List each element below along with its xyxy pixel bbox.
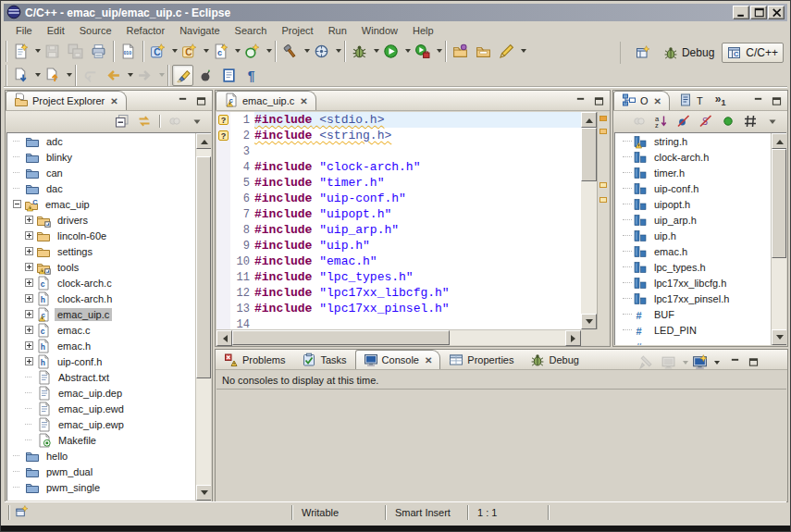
unresolved-inclusion-marker[interactable]: ?: [216, 128, 230, 143]
back-button[interactable]: [103, 65, 124, 86]
tree-item-emac-uip-ewd[interactable]: emac_uip.ewd: [7, 401, 211, 416]
next-annotation-button[interactable]: [10, 65, 31, 86]
maximize-view-button[interactable]: [746, 355, 761, 370]
tree-item-tools[interactable]: tools: [7, 259, 211, 275]
minimize-view-button[interactable]: [727, 355, 743, 370]
hide-fields-button[interactable]: [674, 111, 694, 131]
code-line-13[interactable]: 13#include "lpc17xx_pinsel.h": [216, 301, 581, 316]
plus-expander-icon[interactable]: [25, 263, 33, 271]
dropdown-arrow-icon[interactable]: [204, 49, 209, 53]
close-icon[interactable]: ✕: [108, 96, 117, 106]
outline-item-buf[interactable]: #BUF: [615, 306, 786, 322]
tree-item-emac-h[interactable]: hemac.h: [7, 338, 211, 353]
print-button[interactable]: [88, 41, 109, 62]
code-line-14[interactable]: 14: [216, 316, 581, 329]
tree-item-pwm-dual[interactable]: pwm_dual: [7, 464, 211, 479]
minimize-view-button[interactable]: [750, 93, 766, 108]
close-icon[interactable]: ✕: [423, 355, 432, 365]
editor-horizontal-scrollbar[interactable]: [216, 329, 581, 345]
display-selected-console-button[interactable]: [658, 352, 679, 373]
close-icon[interactable]: ✕: [652, 96, 661, 106]
unresolved-inclusion-marker[interactable]: ?: [216, 112, 230, 128]
last-edit-location-button[interactable]: [80, 65, 101, 86]
scroll-thumb[interactable]: [581, 128, 597, 181]
code-line-7[interactable]: 7#include "uipopt.h": [216, 206, 581, 222]
open-element-button[interactable]: [473, 41, 494, 62]
tree-item-emac-uip-c[interactable]: cemac_uip.c: [7, 306, 211, 322]
debug-perspective-button[interactable]: Debug: [658, 43, 720, 63]
plus-expander-icon[interactable]: [25, 247, 33, 255]
tree-item-settings[interactable]: settings: [7, 243, 211, 259]
plus-expander-icon[interactable]: [25, 326, 33, 334]
plus-expander-icon[interactable]: [25, 231, 33, 240]
maximize-view-button[interactable]: [769, 93, 785, 108]
editor-vertical-scrollbar[interactable]: [581, 112, 597, 329]
dropdown-arrow-icon[interactable]: [374, 49, 379, 53]
more-views-indicator[interactable]: »1: [711, 93, 730, 107]
tab-properties[interactable]: Properties: [440, 350, 522, 369]
tab-console[interactable]: Console✕: [355, 350, 441, 369]
hide-static-members-button[interactable]: S: [696, 111, 716, 131]
scroll-up-button[interactable]: [772, 133, 786, 149]
outline-item-lpc-types-h[interactable]: lpc_types.h: [615, 259, 786, 275]
code-line-6[interactable]: 6#include "uip-conf.h": [216, 191, 581, 206]
dropdown-arrow-icon[interactable]: [521, 49, 526, 53]
maximize-button[interactable]: [750, 6, 767, 19]
cpp-perspective-button[interactable]: CC/C++: [722, 43, 784, 63]
tree-item-clock-arch-h[interactable]: hclock-arch.h: [7, 291, 211, 306]
dropdown-arrow-icon[interactable]: [159, 73, 165, 77]
menu-file[interactable]: File: [8, 23, 40, 38]
tree-item-emac-uip-ewp[interactable]: emac_uip.ewp: [7, 416, 211, 432]
new-cpp-project-button[interactable]: C: [179, 41, 200, 62]
run-button[interactable]: [380, 41, 402, 62]
annotation-marker[interactable]: [599, 197, 607, 203]
view-menu-button[interactable]: [187, 111, 207, 131]
dropdown-arrow-icon[interactable]: [405, 49, 411, 53]
show-source-button[interactable]: [218, 65, 240, 86]
dropdown-arrow-icon[interactable]: [266, 49, 272, 53]
dropdown-arrow-icon[interactable]: [304, 49, 310, 53]
annotate-button[interactable]: [496, 41, 517, 62]
plus-expander-icon[interactable]: [25, 216, 33, 224]
outline-item-clock-arch-h[interactable]: clock-arch.h: [615, 149, 786, 165]
tree-item-can[interactable]: can: [7, 165, 211, 180]
tree-item-pwm-single[interactable]: pwm_single: [7, 479, 211, 495]
outline-item-emac-h[interactable]: emac.h: [615, 243, 786, 259]
dropdown-arrow-icon[interactable]: [35, 73, 41, 77]
code-line-1[interactable]: ?1#include <stdio.h>: [216, 112, 581, 128]
code-line-10[interactable]: 10#include "emac.h": [216, 254, 581, 269]
new-class-button[interactable]: [241, 41, 263, 62]
scroll-down-button[interactable]: [581, 314, 597, 329]
external-tools-button[interactable]: [412, 41, 433, 62]
menu-run[interactable]: Run: [321, 23, 354, 38]
tab-project-explorer[interactable]: Project Explorer ✕: [6, 91, 127, 110]
menu-project[interactable]: Project: [274, 23, 320, 38]
tree-item-emac-c[interactable]: cemac.c: [7, 322, 211, 338]
new-c-project-button[interactable]: C: [147, 41, 168, 62]
dropdown-arrow-icon[interactable]: [437, 49, 442, 53]
close-button[interactable]: [768, 6, 785, 19]
maximize-view-button[interactable]: [193, 93, 209, 108]
new-source-file-button[interactable]: c: [210, 41, 231, 62]
save-button[interactable]: [42, 41, 63, 62]
collapse-all-button[interactable]: [112, 111, 132, 131]
overview-ruler[interactable]: [597, 112, 609, 329]
dropdown-arrow-icon[interactable]: [683, 361, 688, 365]
code-line-5[interactable]: 5#include "timer.h": [216, 175, 581, 191]
dropdown-arrow-icon[interactable]: [128, 73, 133, 77]
open-console-button[interactable]: [689, 352, 711, 373]
scroll-thumb[interactable]: [232, 330, 450, 345]
tree-item-dac[interactable]: dac: [7, 180, 211, 196]
outline-item-timer-h[interactable]: timer.h: [615, 165, 786, 180]
outline-item-uip-conf-h[interactable]: uip-conf.h: [615, 180, 786, 196]
minus-expander-icon[interactable]: [13, 200, 21, 208]
tree-item-blinky[interactable]: blinky: [7, 149, 211, 165]
plus-expander-icon[interactable]: [25, 278, 33, 287]
tree-item-makefile[interactable]: Makefile: [7, 432, 211, 448]
tree-item-lincoln-60e[interactable]: lincoln-60e: [7, 228, 211, 243]
toggle-indexer-button[interactable]: [195, 65, 216, 86]
forward-button[interactable]: [134, 65, 155, 86]
menu-help[interactable]: Help: [405, 23, 441, 38]
tab-debug[interactable]: Debug: [522, 350, 587, 369]
build-button[interactable]: [279, 41, 301, 62]
